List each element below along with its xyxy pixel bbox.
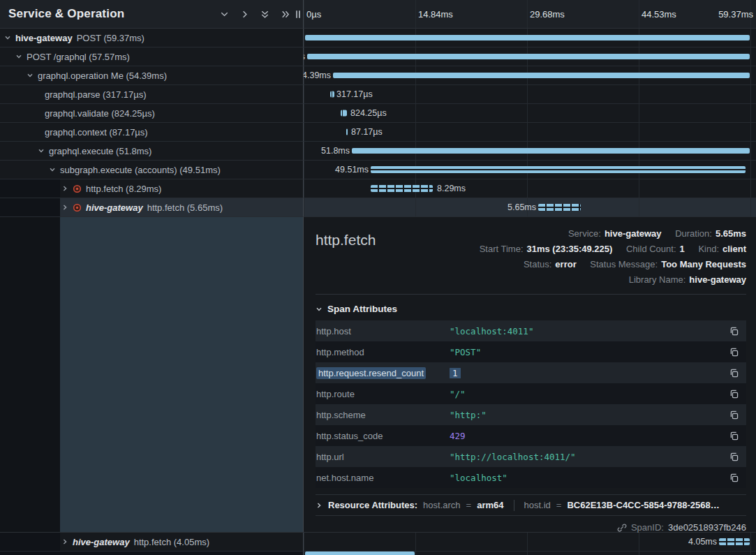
- chevron-right-icon[interactable]: [61, 185, 68, 192]
- link-icon[interactable]: [617, 523, 627, 533]
- meta-label: Status:: [524, 259, 551, 269]
- attr-row: http.method "POST": [316, 341, 746, 362]
- tree-row-http-fetch-5[interactable]: hive-gateway http.fetch (5.65ms): [0, 198, 304, 217]
- attr-row: http.scheme "http:": [316, 404, 746, 425]
- span-bar: [307, 54, 750, 59]
- span-bar: [538, 204, 581, 211]
- span-row: graphql.parse (317.17µs) 317.17µs: [0, 85, 756, 104]
- attr-value: "localhost:4011": [450, 326, 722, 336]
- span-label: subgraph.execute (accounts) (49.51ms): [60, 165, 221, 175]
- span-duration-label: 57.57ms: [304, 52, 305, 61]
- tree-row-graphql-context[interactable]: graphql.context (87.17µs): [0, 123, 304, 142]
- tree-row-hive-gateway-post[interactable]: hive-gateway POST (59.37ms): [0, 29, 304, 47]
- timeline-row[interactable]: 5.65ms: [304, 198, 756, 217]
- copy-button[interactable]: [729, 410, 739, 420]
- attr-key: http.host: [316, 326, 450, 336]
- timeline-row[interactable]: 4.05ms: [304, 533, 756, 552]
- tick-label: 59.37ms: [718, 9, 753, 20]
- chevron-down-icon[interactable]: [49, 166, 56, 173]
- error-icon: [73, 203, 82, 212]
- span-label: POST (59.37ms): [77, 33, 144, 43]
- collapse-all-button[interactable]: [280, 9, 290, 20]
- chevron-right-icon[interactable]: [61, 204, 68, 211]
- resource-attributes-title: Resource Attributes:: [328, 500, 417, 510]
- span-duration-label: 54.39ms: [304, 71, 331, 80]
- detail-meta: Service:hive-gateway Duration:5.65ms Sta…: [480, 226, 746, 288]
- meta-line: Start Time:31ms (23:35:49.225) Child Cou…: [480, 242, 746, 257]
- meta-label: Start Time:: [480, 244, 524, 254]
- copy-button[interactable]: [729, 368, 739, 378]
- tick-label: 44.53ms: [642, 9, 676, 20]
- copy-button[interactable]: [729, 452, 739, 462]
- timeline-row[interactable]: 51.8ms: [304, 142, 756, 161]
- tree-row-post-graphql[interactable]: POST /graphql (57.57ms): [0, 47, 304, 66]
- attr-key-highlight: http.request.resend_count: [316, 367, 426, 379]
- span-id-row: SpanID: 3de02518937fb246: [316, 522, 746, 533]
- timeline-row[interactable]: 57.57ms: [304, 47, 756, 66]
- span-id-value: 3de02518937fb246: [668, 522, 746, 533]
- copy-button[interactable]: [729, 326, 739, 336]
- tree-row-graphql-parse[interactable]: graphql.parse (317.17µs): [0, 85, 304, 104]
- tick-label: 29.68ms: [530, 9, 565, 20]
- timeline-row[interactable]: 49.51ms: [304, 161, 756, 179]
- attr-key: http.url: [316, 452, 450, 462]
- chevron-down-icon[interactable]: [38, 147, 45, 154]
- tree-row-http-fetch-8[interactable]: http.fetch (8.29ms): [0, 179, 304, 198]
- chevron-down-button[interactable]: [219, 9, 230, 20]
- span-label: POST /graphql (57.57ms): [27, 52, 130, 62]
- tree-row-subgraph-execute[interactable]: subgraph.execute (accounts) (49.51ms): [0, 161, 304, 179]
- expand-all-button[interactable]: [260, 9, 270, 20]
- span-row-selected: hive-gateway http.fetch (5.65ms) 5.65ms: [0, 198, 756, 217]
- span-label: http.fetch (4.05ms): [134, 537, 209, 547]
- span-bar: [371, 185, 433, 192]
- span-duration-label: 4.05ms: [688, 537, 717, 547]
- attr-key: http.route: [316, 389, 450, 399]
- timeline-row[interactable]: 8.29ms: [304, 179, 756, 198]
- tree-row-graphql-operation[interactable]: graphql.operation Me (54.39ms): [0, 66, 304, 85]
- tree-row-http-fetch-4[interactable]: hive-gateway http.fetch (4.05ms): [0, 533, 304, 552]
- span-duration-label: 5.65ms: [507, 202, 536, 212]
- panel-toolbar: [219, 9, 290, 20]
- resource-attributes-row[interactable]: Resource Attributes: host.arch = arm64 h…: [316, 494, 746, 516]
- attr-key: http.request.resend_count: [316, 368, 450, 378]
- attr-row: http.host "localhost:4011": [316, 320, 746, 341]
- span-label: http.fetch (8.29ms): [86, 184, 161, 194]
- tree-row-graphql-execute[interactable]: graphql.execute (51.8ms): [0, 142, 304, 161]
- span-attributes-header[interactable]: Span Attributes: [316, 304, 746, 314]
- selected-span-indent: [60, 217, 303, 532]
- equals-sign: =: [466, 500, 472, 510]
- copy-button[interactable]: [729, 347, 739, 357]
- chevron-right-button[interactable]: [239, 9, 250, 20]
- span-detail-band: http.fetch Service:hive-gateway Duration…: [0, 217, 756, 533]
- span-duration-label: 51.8ms: [321, 146, 350, 156]
- meta-label: Library Name:: [629, 274, 686, 285]
- panel-resize-handle[interactable]: [296, 10, 300, 18]
- span-bar: [305, 35, 750, 40]
- span-row-partial: [0, 552, 756, 555]
- chevron-down-icon[interactable]: [4, 34, 11, 41]
- meta-value: client: [722, 244, 746, 254]
- timeline-row[interactable]: 54.39ms: [304, 66, 756, 85]
- timeline-row[interactable]: 317.17µs: [304, 85, 756, 104]
- span-detail-panel: http.fetch Service:hive-gateway Duration…: [304, 217, 756, 532]
- timeline-row-partial: [304, 552, 756, 555]
- tree-row-graphql-validate[interactable]: graphql.validate (824.25µs): [0, 104, 304, 123]
- timeline-row[interactable]: 824.25µs: [304, 104, 756, 123]
- tree-panel-header: Service & Operation: [0, 0, 304, 29]
- span-row: http.fetch (8.29ms) 8.29ms: [0, 179, 756, 198]
- span-bar: [346, 129, 348, 135]
- meta-value: Too Many Requests: [661, 259, 746, 269]
- copy-button[interactable]: [729, 431, 739, 441]
- span-row: graphql.execute (51.8ms) 51.8ms: [0, 142, 756, 161]
- timeline-row[interactable]: [304, 29, 756, 47]
- timeline-row[interactable]: 87.17µs: [304, 123, 756, 142]
- panel-title: Service & Operation: [8, 7, 124, 21]
- meta-line: Service:hive-gateway Duration:5.65ms: [480, 226, 746, 242]
- divider: [316, 294, 746, 295]
- span-duration-label: 824.25µs: [350, 108, 387, 118]
- chevron-right-icon[interactable]: [61, 538, 68, 545]
- copy-button[interactable]: [729, 389, 739, 399]
- copy-button[interactable]: [729, 473, 739, 483]
- chevron-down-icon[interactable]: [27, 72, 34, 79]
- chevron-down-icon[interactable]: [15, 53, 22, 60]
